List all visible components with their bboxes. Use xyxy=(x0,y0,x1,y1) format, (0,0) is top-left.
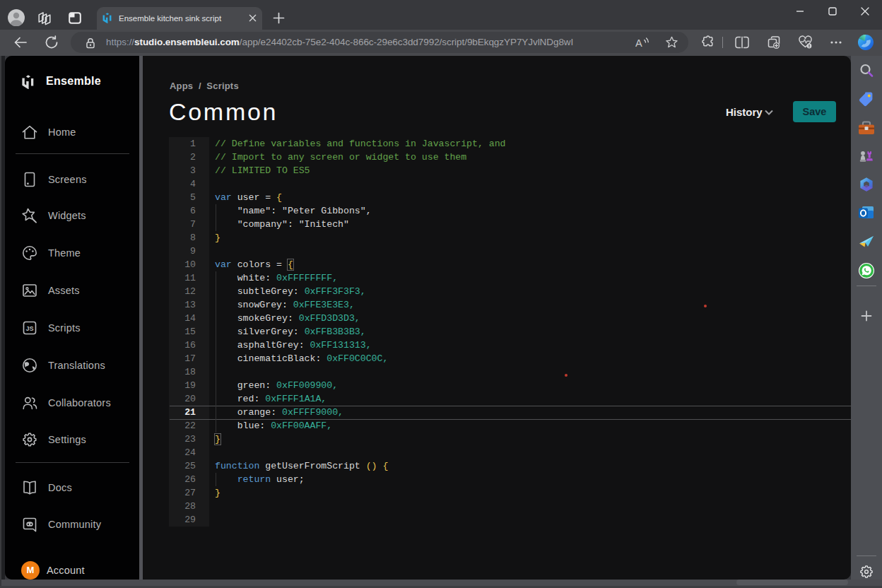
svg-text:JS: JS xyxy=(25,325,33,332)
svg-text:A: A xyxy=(635,37,642,49)
